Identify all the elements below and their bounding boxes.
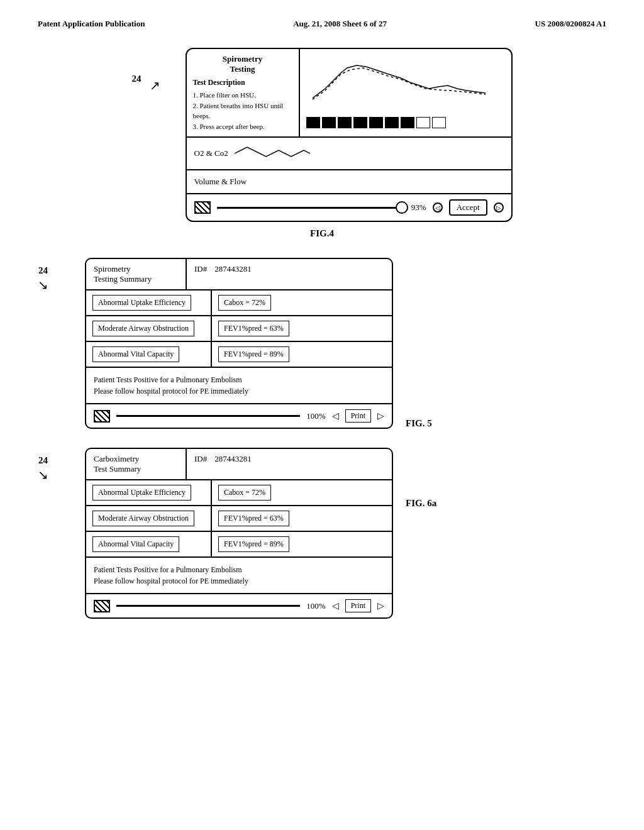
fig5-id-value: 287443281 [214, 264, 252, 284]
fig5-row-1: Abnormal Uptake Efficiency Cabox = 72% [86, 290, 392, 316]
fig6a-label: FIG. 6a [406, 498, 436, 509]
instruction-2: 2. Patient breaths into HSU until beeps. [193, 101, 292, 121]
fig5-title: SpirometryTesting Summary [86, 259, 187, 289]
fig5-label-3: Abnormal Vital Capacity [86, 342, 212, 367]
prog-bar-6 [385, 117, 399, 128]
fig6a-row-3: Abnormal Vital Capacity FEV1%pred = 89% [86, 532, 392, 558]
fig4-o2-row: O2 & Co2 [187, 138, 511, 170]
fig5-value-box-3: FEV1%pred = 89% [218, 346, 289, 362]
fig6a-label-box-3: Abnormal Vital Capacity [92, 536, 179, 552]
spirometry-chart [306, 54, 495, 111]
fig4-title: SpirometryTesting [193, 54, 292, 74]
header-middle: Aug. 21, 2008 Sheet 6 of 27 [293, 19, 387, 29]
fig5-label-1: Abnormal Uptake Efficiency [86, 290, 212, 315]
fig6a-value-2: FEV1%pred = 63% [212, 506, 392, 531]
fig5-nav-left[interactable]: ◁ [332, 411, 339, 421]
fig6a-wrapper: 24 ↘ CarboximetryTest Summary ID# 287443… [38, 448, 606, 619]
fig6a-nav-left[interactable]: ◁ [332, 600, 339, 611]
fig6a-row-1: Abnormal Uptake Efficiency Cabox = 72% [86, 480, 392, 506]
test-description-label: Test Description [193, 78, 292, 87]
fig6a-header: CarboximetryTest Summary ID# 287443281 [86, 449, 392, 480]
fig4-bottom-row: 93% ◁ Accept ▷ [187, 193, 511, 221]
prog-bar-3 [338, 117, 352, 128]
fig4-nav-right[interactable]: ▷ [494, 202, 504, 213]
fig4-device: SpirometryTesting Test Description 1. Pl… [186, 48, 513, 222]
fig6a-device: CarboximetryTest Summary ID# 287443281 A… [85, 448, 393, 619]
fig6a-label-box-1: Abnormal Uptake Efficiency [92, 485, 191, 501]
instruction-3: 3. Press accept after beep. [193, 121, 292, 132]
fig5-id-label: ID# [194, 264, 207, 284]
slider-knob[interactable] [396, 201, 408, 214]
instruction-1: 1. Place filter on HSU. [193, 90, 292, 101]
header-left: Patent Application Publication [38, 19, 145, 29]
fig6a-label-3: Abnormal Vital Capacity [86, 532, 212, 556]
prog-bar-5 [369, 117, 383, 128]
fig5-label-box-2: Moderate Airway Obstruction [92, 321, 194, 336]
fig5-label: FIG. 5 [406, 418, 432, 429]
fig5-bottom: 100% ◁ Print ▷ [86, 404, 392, 428]
fig6a-bottom: 100% ◁ Print ▷ [86, 594, 392, 617]
fig5-header: SpirometryTesting Summary ID# 287443281 [86, 259, 392, 290]
progress-bars [306, 117, 505, 128]
fig4-percent: 93% [411, 202, 426, 213]
prog-bar-7 [401, 117, 414, 128]
fig6a-nav-right[interactable]: ▷ [377, 600, 384, 611]
o2-wave [235, 144, 310, 163]
fig6a-id-value: 287443281 [214, 454, 252, 474]
fig5-row-2: Moderate Airway Obstruction FEV1%pred = … [86, 316, 392, 342]
fig5-value-box-2: FEV1%pred = 63% [218, 321, 289, 336]
fig6a-print-btn[interactable]: Print [345, 599, 371, 612]
fig6a-message-line2: Please follow hospital protocol for PE i… [94, 575, 384, 587]
header-right: US 2008/0200824 A1 [535, 19, 606, 29]
fig6a-id-label: ID# [194, 454, 207, 474]
fig6a-label-2: Moderate Airway Obstruction [86, 506, 212, 531]
prog-bar-8 [416, 117, 430, 128]
fig6a-value-box-3: FEV1%pred = 89% [218, 536, 289, 552]
fig5-message-line2: Please follow hospital protocol for PE i… [94, 385, 384, 397]
fig6a-value-3: FEV1%pred = 89% [212, 532, 392, 556]
fig4-instructions: 1. Place filter on HSU. 2. Patient breat… [193, 90, 292, 131]
fig5-message: Patient Tests Positive for a Pulmonary E… [86, 368, 392, 404]
fig5-value-3: FEV1%pred = 89% [212, 342, 392, 367]
fig6a-value-box-1: Cabox = 72% [218, 485, 271, 501]
fig5-slider[interactable] [116, 415, 300, 417]
fig5-label-2: Moderate Airway Obstruction [86, 316, 212, 341]
fig5-value-box-1: Cabox = 72% [218, 295, 271, 311]
fig5-print-btn[interactable]: Print [345, 409, 371, 423]
fig5-label-box-3: Abnormal Vital Capacity [92, 346, 179, 362]
fig4-hatched-icon [194, 201, 211, 214]
fig6a-title: CarboximetryTest Summary [86, 449, 187, 479]
fig5-nav-right[interactable]: ▷ [377, 411, 384, 421]
fig5-device: SpirometryTesting Summary ID# 287443281 … [85, 258, 393, 429]
prog-bar-9 [432, 117, 446, 128]
fig6a-hatched-icon [94, 600, 110, 612]
fig6a-value-box-2: FEV1%pred = 63% [218, 511, 289, 526]
page: Patent Application Publication Aug. 21, … [0, 0, 644, 830]
fig4-accept-btn[interactable]: Accept [449, 199, 487, 216]
fig6a-label-1: Abnormal Uptake Efficiency [86, 480, 212, 505]
fig4-chart-panel [300, 49, 511, 136]
fig6a-id-area: ID# 287443281 [187, 449, 392, 479]
fig5-annotation-24: 24 [38, 265, 48, 276]
fig6a-annotation-24: 24 [38, 455, 48, 466]
fig5-label-box-1: Abnormal Uptake Efficiency [92, 295, 191, 311]
fig4-slider[interactable] [217, 207, 405, 209]
fig5-value-2: FEV1%pred = 63% [212, 316, 392, 341]
fig5-hatched-icon [94, 410, 110, 423]
o2-label: O2 & Co2 [194, 148, 228, 158]
fig4-section: 24 ↗ SpirometryTesting Test Description … [38, 48, 606, 252]
fig6a-message: Patient Tests Positive for a Pulmonary E… [86, 558, 392, 594]
fig6a-message-line1: Patient Tests Positive for a Pulmonary E… [94, 564, 384, 575]
fig4-nav-left[interactable]: ◁ [433, 202, 443, 213]
fig6a-slider[interactable] [116, 605, 300, 607]
fig5-percent: 100% [306, 411, 325, 421]
fig5-row-3: Abnormal Vital Capacity FEV1%pred = 89% [86, 342, 392, 368]
fig6a-percent: 100% [306, 601, 325, 611]
fig6a-label-box-2: Moderate Airway Obstruction [92, 511, 194, 526]
fig6a-row-2: Moderate Airway Obstruction FEV1%pred = … [86, 506, 392, 532]
fig4-left-panel: SpirometryTesting Test Description 1. Pl… [187, 49, 300, 136]
prog-bar-4 [353, 117, 367, 128]
prog-bar-1 [306, 117, 320, 128]
prog-bar-2 [322, 117, 336, 128]
patent-header: Patent Application Publication Aug. 21, … [38, 19, 606, 29]
